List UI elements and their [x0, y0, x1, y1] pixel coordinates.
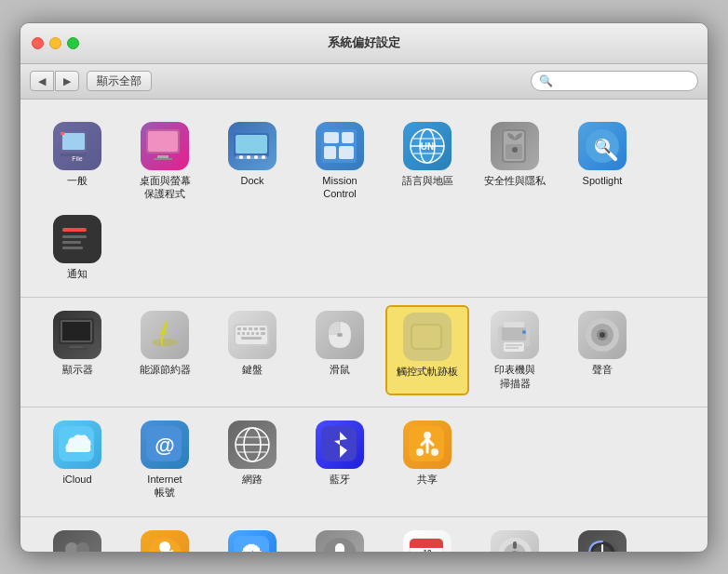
main-window: 系統偏好設定 ◀ ▶ 顯示全部 🔍 — [20, 22, 708, 553]
svg-rect-49 — [237, 327, 241, 330]
item-startup[interactable]: 啟動磁碟 — [473, 525, 557, 552]
svg-rect-43 — [62, 322, 90, 340]
item-spotlight[interactable]: 🔍 Spotlight — [560, 116, 644, 207]
startup-icon — [491, 530, 539, 552]
item-mission[interactable]: MissionControl — [298, 116, 382, 207]
svg-rect-57 — [251, 332, 254, 335]
item-energy[interactable]: 能源節約器 — [123, 305, 207, 395]
item-notification[interactable]: 通知 — [35, 209, 119, 286]
display-icon — [53, 311, 101, 359]
svg-rect-20 — [339, 146, 354, 159]
titlebar: 系統偏好設定 — [20, 23, 708, 64]
close-button[interactable] — [32, 37, 44, 49]
timemachine-icon — [578, 530, 627, 552]
item-bluetooth[interactable]: 藍牙 — [298, 415, 382, 505]
svg-rect-64 — [412, 326, 440, 348]
display-label: 顯示器 — [62, 363, 93, 376]
svg-text:18: 18 — [424, 548, 432, 552]
sound-label: 聲音 — [592, 363, 613, 376]
svg-text:UN: UN — [421, 141, 434, 152]
item-network[interactable]: 網路 — [210, 415, 294, 505]
section-hardware: 顯示器 能源節約器 — [20, 298, 708, 407]
search-icon: 🔍 — [539, 74, 553, 87]
svg-rect-54 — [237, 332, 240, 335]
svg-rect-59 — [261, 332, 265, 335]
minimize-button[interactable] — [49, 37, 61, 49]
item-timemachine[interactable]: Time Machine — [560, 525, 644, 552]
item-trackpad[interactable]: 觸控式軌跡板 — [385, 305, 469, 395]
item-internet[interactable]: @ Internet帳號 — [123, 415, 207, 505]
svg-rect-62 — [337, 333, 343, 337]
maximize-button[interactable] — [67, 37, 79, 49]
svg-rect-68 — [506, 344, 522, 346]
system-grid: 使用者與群組 分級保護控制 — [35, 525, 693, 552]
item-appstore[interactable]: 🅐 App Store — [210, 525, 294, 552]
svg-point-89 — [424, 432, 431, 439]
window-title: 系統偏好設定 — [328, 34, 400, 51]
item-parental[interactable]: 分級保護控制 — [123, 525, 207, 552]
item-desktop[interactable]: 桌面與螢幕保護程式 — [123, 116, 207, 207]
trackpad-icon — [403, 313, 452, 361]
network-label: 網路 — [242, 473, 263, 486]
svg-rect-70 — [504, 322, 524, 327]
svg-rect-108 — [513, 541, 517, 549]
hardware-grid: 顯示器 能源節約器 — [35, 305, 693, 395]
dock-icon — [228, 122, 276, 170]
svg-rect-45 — [66, 348, 87, 350]
item-mouse[interactable]: 滑鼠 — [298, 305, 382, 395]
svg-rect-51 — [249, 327, 252, 330]
item-sharing[interactable]: 共享 — [385, 415, 469, 505]
back-button[interactable]: ◀ — [30, 71, 54, 91]
item-sound[interactable]: 聲音 — [560, 305, 644, 395]
item-speech[interactable]: 聽寫與語音 — [298, 525, 382, 552]
energy-icon — [141, 311, 189, 359]
keyboard-icon — [228, 311, 276, 359]
svg-point-91 — [76, 542, 89, 552]
svg-rect-52 — [254, 327, 258, 330]
item-security[interactable]: 安全性與隱私 — [473, 116, 557, 207]
svg-rect-6 — [148, 131, 178, 152]
item-keyboard[interactable]: 鍵盤 — [210, 305, 294, 395]
svg-rect-8 — [154, 158, 172, 160]
svg-rect-50 — [243, 327, 247, 330]
bluetooth-icon — [316, 420, 364, 469]
svg-rect-58 — [256, 332, 259, 335]
item-language[interactable]: UN 語言與地區 — [385, 116, 469, 207]
svg-text:File: File — [72, 155, 82, 162]
search-box: 🔍 — [531, 71, 698, 91]
content-area: File 一般 桌面與螢幕保護程式 — [20, 100, 708, 552]
desktop-icon — [141, 122, 189, 170]
item-dock[interactable]: Dock — [210, 116, 294, 207]
svg-rect-69 — [506, 347, 519, 349]
appstore-icon: 🅐 — [228, 530, 276, 552]
printer-icon — [491, 311, 539, 359]
icloud-label: iCloud — [62, 473, 91, 486]
desktop-label: 桌面與螢幕保護程式 — [140, 174, 191, 201]
nav-buttons: ◀ ▶ — [30, 71, 79, 91]
svg-point-12 — [239, 155, 243, 159]
svg-text:🔍: 🔍 — [595, 139, 612, 154]
svg-rect-37 — [62, 228, 87, 232]
svg-text:@: @ — [155, 434, 174, 457]
trackpad-label: 觸控式軌跡板 — [397, 365, 458, 378]
language-label: 語言與地區 — [402, 174, 453, 187]
personal-grid: File 一般 桌面與螢幕保護程式 — [35, 116, 693, 287]
forward-button[interactable]: ▶ — [55, 71, 79, 91]
svg-rect-17 — [324, 132, 339, 143]
item-datetime[interactable]: 18 WED 日期與時間 — [385, 525, 469, 552]
energy-label: 能源節約器 — [140, 363, 191, 376]
item-printer[interactable]: 印表機與掃描器 — [473, 305, 557, 395]
svg-rect-39 — [62, 241, 81, 244]
toolbar: ◀ ▶ 顯示全部 🔍 — [20, 64, 708, 100]
svg-rect-44 — [70, 346, 83, 348]
svg-rect-19 — [324, 146, 336, 159]
svg-rect-53 — [260, 327, 265, 330]
item-display[interactable]: 顯示器 — [35, 305, 119, 395]
item-users[interactable]: 使用者與群組 — [35, 525, 119, 552]
item-general[interactable]: File 一般 — [35, 116, 119, 207]
svg-rect-56 — [247, 332, 249, 335]
show-all-button[interactable]: 顯示全部 — [87, 71, 152, 91]
svg-point-15 — [262, 155, 265, 159]
search-input[interactable] — [557, 74, 696, 87]
item-icloud[interactable]: iCloud — [35, 415, 119, 505]
